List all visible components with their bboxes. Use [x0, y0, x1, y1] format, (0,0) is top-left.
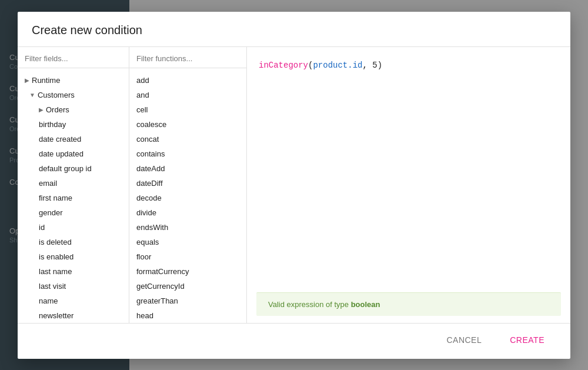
- collapse-icon: ▼: [29, 92, 35, 98]
- id-item[interactable]: id: [18, 220, 129, 235]
- fn-formatCurrency[interactable]: formatCurrency: [129, 264, 246, 279]
- gender-item[interactable]: gender: [18, 205, 129, 220]
- fn-floor[interactable]: floor: [129, 249, 246, 264]
- functions-panel: add and cell coalesce concat contains da…: [129, 47, 247, 323]
- orders-expand-icon: ▶: [39, 106, 44, 113]
- first-name-item[interactable]: first name: [18, 191, 129, 205]
- date-updated-item[interactable]: date updated: [18, 146, 129, 161]
- code-comma: ,: [362, 61, 367, 70]
- orders-item[interactable]: ▶ Orders: [18, 102, 129, 117]
- functions-filter-container[interactable]: [129, 47, 246, 68]
- editor-panel: inCategory(product.id, 5) Valid expressi…: [247, 47, 570, 323]
- code-close-paren: ): [377, 61, 382, 70]
- fn-and[interactable]: and: [129, 88, 246, 102]
- fn-divide[interactable]: divide: [129, 205, 246, 220]
- code-function-name: inCategory: [259, 61, 308, 70]
- email-item[interactable]: email: [18, 176, 129, 191]
- code-field: product.id: [313, 61, 362, 70]
- last-name-item[interactable]: last name: [18, 264, 129, 279]
- fn-endsWith[interactable]: endsWith: [129, 220, 246, 235]
- fields-list: ▶ Runtime ▼ Customers ▶ Orders birthday: [18, 68, 129, 323]
- dialog-header: Create new condition: [18, 12, 570, 47]
- fn-cell[interactable]: cell: [129, 102, 246, 117]
- cancel-button[interactable]: CANCEL: [435, 331, 493, 349]
- is-enabled-item[interactable]: is enabled: [18, 249, 129, 264]
- fn-concat[interactable]: concat: [129, 132, 246, 146]
- validation-type: boolean: [351, 300, 380, 309]
- modal-overlay: Create new condition ▶ Runtime ▼ Custome…: [0, 0, 588, 370]
- fn-add[interactable]: add: [129, 73, 246, 88]
- fn-greaterThan[interactable]: greaterThan: [129, 294, 246, 308]
- code-number: 5: [368, 61, 377, 70]
- fn-dateDiff[interactable]: dateDiff: [129, 176, 246, 191]
- expand-icon: ▶: [25, 77, 29, 84]
- fn-decode[interactable]: decode: [129, 191, 246, 205]
- name-item[interactable]: name: [18, 294, 129, 308]
- is-deleted-item[interactable]: is deleted: [18, 235, 129, 249]
- functions-filter-input[interactable]: [136, 54, 239, 63]
- newsletter-item[interactable]: newsletter: [18, 308, 129, 323]
- create-button[interactable]: CREATE: [498, 331, 556, 349]
- runtime-item[interactable]: ▶ Runtime: [18, 73, 129, 88]
- birthday-item[interactable]: birthday: [18, 117, 129, 132]
- dialog-footer: CANCEL CREATE: [18, 323, 570, 359]
- fn-getCurrencyId[interactable]: getCurrencyId: [129, 279, 246, 294]
- fields-filter-input[interactable]: [25, 54, 122, 63]
- validation-text: Valid expression of type: [268, 300, 351, 309]
- dialog-body: ▶ Runtime ▼ Customers ▶ Orders birthday: [18, 47, 570, 323]
- functions-list: add and cell coalesce concat contains da…: [129, 68, 246, 323]
- fields-panel: ▶ Runtime ▼ Customers ▶ Orders birthday: [18, 47, 129, 323]
- fn-head[interactable]: head: [129, 308, 246, 323]
- code-content: inCategory(product.id, 5): [259, 61, 382, 70]
- last-visit-item[interactable]: last visit: [18, 279, 129, 294]
- fn-equals[interactable]: equals: [129, 235, 246, 249]
- fn-contains[interactable]: contains: [129, 146, 246, 161]
- dialog-title: Create new condition: [32, 24, 556, 37]
- fn-coalesce[interactable]: coalesce: [129, 117, 246, 132]
- date-created-item[interactable]: date created: [18, 132, 129, 146]
- fn-dateAdd[interactable]: dateAdd: [129, 161, 246, 176]
- fields-filter-container[interactable]: [18, 47, 129, 68]
- default-group-id-item[interactable]: default group id: [18, 161, 129, 176]
- validation-bar: Valid expression of type boolean: [256, 292, 561, 316]
- customers-item[interactable]: ▼ Customers: [18, 88, 129, 102]
- code-editor[interactable]: inCategory(product.id, 5): [247, 47, 570, 285]
- create-condition-dialog: Create new condition ▶ Runtime ▼ Custome…: [18, 12, 570, 359]
